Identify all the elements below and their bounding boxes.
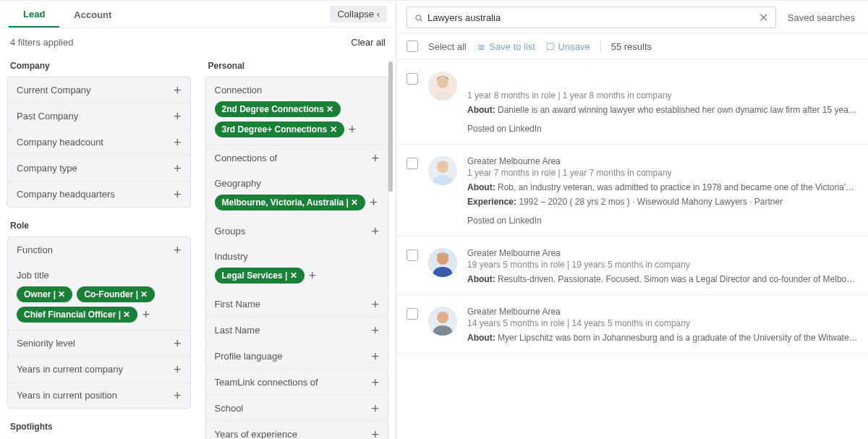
- result-tenure: 1 year 8 months in role | 1 year 8 month…: [467, 90, 858, 101]
- plus-icon[interactable]: +: [174, 137, 182, 148]
- section-spotlights: Spotlights: [7, 416, 191, 438]
- plus-icon[interactable]: +: [174, 111, 182, 122]
- result-checkbox[interactable]: [407, 158, 418, 169]
- result-about: About: Danielle is an award winning lawy…: [467, 105, 858, 115]
- tab-account[interactable]: Account: [59, 2, 126, 27]
- filter-last-name[interactable]: Last Name+: [206, 317, 388, 343]
- filter-company-type[interactable]: Company type+: [8, 155, 190, 181]
- result-location: Greater Melbourne Area: [467, 307, 858, 317]
- result-tenure: 14 years 5 months in role | 14 years 5 m…: [467, 318, 858, 328]
- filter-label: Past Company: [17, 111, 174, 122]
- result-about: About: Results-driven. Passionate. Focus…: [467, 274, 858, 284]
- plus-icon[interactable]: +: [371, 351, 379, 362]
- filter-first-name[interactable]: First Name+: [206, 291, 388, 317]
- result-row[interactable]: Greater Melbourne Area 14 years 5 months…: [396, 295, 868, 354]
- search-box[interactable]: ✕: [407, 7, 776, 28]
- tab-lead[interactable]: Lead: [9, 1, 59, 27]
- filter-years-company[interactable]: Years in current company+: [8, 356, 190, 382]
- plus-icon[interactable]: +: [174, 365, 182, 375]
- pill-connection[interactable]: 3rd Degree+ Connections ✕: [215, 122, 344, 137]
- filter-connections-of[interactable]: Connections of+: [206, 145, 388, 171]
- result-row[interactable]: 1 year 8 months in role | 1 year 8 month…: [396, 60, 868, 145]
- filter-years-position[interactable]: Years in current position+: [8, 382, 190, 408]
- svg-point-0: [416, 15, 421, 20]
- plus-icon[interactable]: +: [371, 153, 379, 163]
- result-tenure: 19 years 5 months in role | 19 years 5 m…: [467, 260, 858, 270]
- filter-connection-label: Connection: [206, 77, 388, 97]
- pill-connection[interactable]: 2nd Degree Connections ✕: [215, 101, 341, 117]
- result-about: About: Rob, an industry veteran, was adm…: [467, 182, 858, 192]
- result-count: 55 results: [600, 41, 652, 52]
- filter-profile-language[interactable]: Profile language+: [206, 343, 388, 369]
- plus-icon[interactable]: +: [371, 299, 379, 310]
- plus-icon[interactable]: +: [349, 125, 357, 134]
- filter-label: Last Name: [215, 325, 372, 336]
- svg-point-7: [437, 253, 448, 265]
- clear-search-icon[interactable]: ✕: [759, 11, 768, 25]
- plus-icon[interactable]: +: [174, 163, 182, 174]
- avatar[interactable]: [428, 156, 457, 185]
- plus-icon[interactable]: +: [371, 430, 379, 440]
- posted-link[interactable]: Posted on LinkedIn: [467, 216, 858, 226]
- filter-seniority[interactable]: Seniority level+: [8, 330, 190, 356]
- filter-label: Function: [17, 244, 174, 255]
- filter-headcount[interactable]: Company headcount+: [8, 129, 190, 155]
- plus-icon[interactable]: +: [370, 198, 378, 207]
- result-row[interactable]: Greater Melbourne Area 1 year 7 months i…: [396, 145, 868, 236]
- result-location: Greater Melbourne Area: [467, 248, 858, 258]
- filter-past-company[interactable]: Past Company+: [8, 103, 190, 129]
- avatar[interactable]: [428, 72, 457, 101]
- section-role: Role: [7, 215, 191, 236]
- collapse-button[interactable]: Collapse ‹: [330, 6, 387, 22]
- plus-icon[interactable]: +: [174, 391, 182, 401]
- filter-label: First Name: [215, 299, 372, 310]
- pill-industry[interactable]: Legal Services | ✕: [215, 268, 305, 284]
- posted-link[interactable]: Posted on LinkedIn: [467, 124, 858, 134]
- pill-geography[interactable]: Melbourne, Victoria, Australia | ✕: [215, 195, 366, 210]
- filter-current-company[interactable]: Current Company+: [8, 77, 190, 103]
- plus-icon[interactable]: +: [371, 226, 379, 236]
- filter-industry-label: Industry: [206, 244, 388, 263]
- pill-jobtitle[interactable]: Co-Founder | ✕: [77, 286, 155, 302]
- filter-teamlink[interactable]: TeamLink connections of+: [206, 369, 388, 395]
- clear-all-button[interactable]: Clear all: [351, 37, 386, 48]
- save-to-list-label: Save to list: [489, 41, 535, 52]
- unsave-button[interactable]: ☐ Unsave: [545, 41, 590, 52]
- plus-icon[interactable]: +: [174, 245, 182, 255]
- plus-icon[interactable]: +: [371, 378, 379, 388]
- scrollbar[interactable]: [388, 61, 394, 435]
- unsave-label: Unsave: [558, 41, 590, 52]
- filter-groups[interactable]: Groups+: [206, 218, 388, 244]
- result-checkbox[interactable]: [407, 73, 418, 85]
- svg-line-1: [420, 20, 422, 21]
- search-icon: [414, 12, 423, 23]
- select-all-checkbox[interactable]: [407, 41, 418, 52]
- save-to-list-button[interactable]: ≣ Save to list: [477, 41, 535, 52]
- plus-icon[interactable]: +: [142, 310, 150, 319]
- plus-icon[interactable]: +: [371, 325, 379, 336]
- filter-label: Company headcount: [17, 137, 174, 148]
- filter-yoe[interactable]: Years of experience+: [206, 421, 388, 439]
- plus-icon[interactable]: +: [174, 338, 182, 349]
- result-checkbox[interactable]: [407, 250, 418, 261]
- pill-jobtitle[interactable]: Chief Financial Officer | ✕: [17, 307, 137, 323]
- result-tenure: 1 year 7 months in role | 1 year 7 month…: [467, 168, 858, 178]
- result-experience: Experience: 1992 – 2020 ( 28 yrs 2 mos )…: [467, 197, 858, 207]
- section-company: Company: [7, 55, 191, 77]
- search-input[interactable]: [423, 9, 759, 26]
- result-checkbox[interactable]: [407, 308, 418, 320]
- pill-jobtitle[interactable]: Owner | ✕: [17, 286, 72, 302]
- result-row[interactable]: Greater Melbourne Area 19 years 5 months…: [396, 236, 868, 295]
- plus-icon[interactable]: +: [174, 189, 182, 200]
- filter-company-hq[interactable]: Company headquarters+: [8, 181, 190, 207]
- filter-label: Company type: [17, 163, 174, 174]
- avatar[interactable]: [428, 307, 457, 336]
- avatar[interactable]: [428, 248, 457, 277]
- filter-function[interactable]: Function+: [8, 237, 190, 263]
- saved-searches-link[interactable]: Saved searches: [788, 12, 855, 23]
- filter-label: School: [215, 403, 372, 414]
- plus-icon[interactable]: +: [309, 271, 317, 280]
- filter-school[interactable]: School+: [206, 395, 388, 421]
- plus-icon[interactable]: +: [174, 85, 182, 95]
- plus-icon[interactable]: +: [371, 404, 379, 414]
